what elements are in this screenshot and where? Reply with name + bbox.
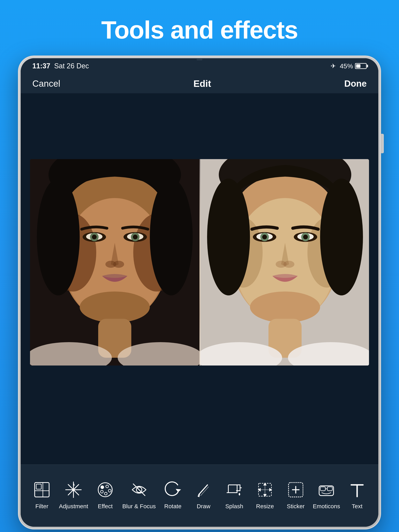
battery-percent: 45%	[340, 62, 353, 70]
status-bar: 11:37 Sat 26 Dec ✈ 45%	[21, 58, 378, 74]
svg-rect-47	[36, 484, 41, 489]
tool-text[interactable]: Text	[343, 480, 371, 510]
nav-title: Edit	[193, 78, 211, 89]
svg-point-55	[72, 488, 75, 491]
resize-label: Resize	[256, 503, 274, 510]
tool-splash[interactable]: Splash	[220, 480, 248, 510]
svg-point-35	[262, 235, 267, 239]
battery-fill	[356, 64, 360, 68]
tool-draw[interactable]: Draw	[190, 480, 217, 510]
image-after	[200, 159, 369, 366]
tablet-device: 11:37 Sat 26 Dec ✈ 45% Cancel Edit Done	[18, 56, 381, 529]
tool-resize[interactable]: Resize	[251, 480, 279, 510]
image-area	[21, 93, 378, 464]
resize-icon	[255, 480, 275, 500]
draw-label: Draw	[197, 503, 210, 510]
rotate-label: Rotate	[164, 503, 181, 510]
blur-focus-label: Blur & Focus	[122, 503, 156, 510]
cancel-button[interactable]: Cancel	[32, 78, 60, 89]
tool-adjustment[interactable]: Adjustment	[59, 480, 88, 510]
done-button[interactable]: Done	[344, 78, 367, 89]
filter-label: Filter	[35, 503, 48, 510]
svg-point-57	[101, 486, 104, 489]
svg-point-16	[113, 261, 124, 268]
svg-marker-64	[176, 489, 180, 492]
status-right: ✈ 45%	[331, 62, 367, 70]
status-time: 11:37	[32, 62, 50, 70]
tool-sticker[interactable]: Sticker	[282, 480, 309, 510]
svg-point-58	[106, 485, 109, 488]
svg-point-37	[303, 235, 308, 239]
tool-blur-focus[interactable]: Blur & Focus	[122, 480, 156, 510]
svg-point-59	[108, 489, 111, 492]
splash-label: Splash	[225, 503, 243, 510]
svg-rect-46	[35, 482, 49, 497]
camera-notch	[197, 59, 202, 60]
tool-effect[interactable]: Effect	[91, 480, 119, 510]
tool-rotate[interactable]: Rotate	[159, 480, 187, 510]
svg-point-39	[283, 261, 294, 268]
svg-rect-82	[320, 487, 325, 491]
adjustment-icon	[64, 480, 83, 500]
svg-point-60	[101, 490, 103, 493]
svg-rect-68	[228, 485, 237, 493]
blur-focus-icon	[129, 480, 149, 500]
svg-line-63	[133, 484, 145, 496]
text-icon	[347, 480, 367, 500]
status-left: 11:37 Sat 26 Dec	[32, 62, 89, 70]
svg-point-17	[80, 291, 150, 323]
svg-point-14	[133, 235, 138, 239]
battery-icon	[355, 63, 367, 69]
battery-container: 45%	[340, 62, 367, 70]
nav-bar: Cancel Edit Done	[21, 74, 378, 93]
draw-icon	[194, 480, 213, 500]
filter-icon	[32, 480, 52, 500]
svg-point-12	[92, 235, 97, 239]
status-date: Sat 26 Dec	[54, 62, 89, 70]
effect-icon	[96, 480, 115, 500]
rotate-icon	[163, 480, 183, 500]
svg-point-61	[104, 492, 107, 495]
emoticons-icon	[317, 480, 336, 500]
adjustment-label: Adjustment	[59, 503, 88, 510]
splash-icon	[225, 480, 244, 500]
text-label: Text	[352, 503, 363, 510]
tablet-screen: 11:37 Sat 26 Dec ✈ 45% Cancel Edit Done	[21, 58, 378, 527]
toolbar: Filter Adjustment	[21, 464, 378, 527]
tool-filter[interactable]: Filter	[28, 480, 56, 510]
image-before	[30, 159, 200, 366]
emoticons-label: Emoticons	[313, 503, 340, 510]
image-comparison	[30, 159, 369, 366]
svg-rect-83	[327, 487, 332, 491]
tool-emoticons[interactable]: Emoticons	[313, 480, 340, 510]
effect-label: Effect	[98, 503, 113, 510]
sticker-icon	[286, 480, 305, 500]
sticker-label: Sticker	[287, 503, 305, 510]
svg-point-40	[250, 291, 320, 323]
airplane-icon: ✈	[331, 62, 336, 70]
side-button	[381, 134, 384, 153]
page-title: Tools and effects	[101, 16, 298, 44]
